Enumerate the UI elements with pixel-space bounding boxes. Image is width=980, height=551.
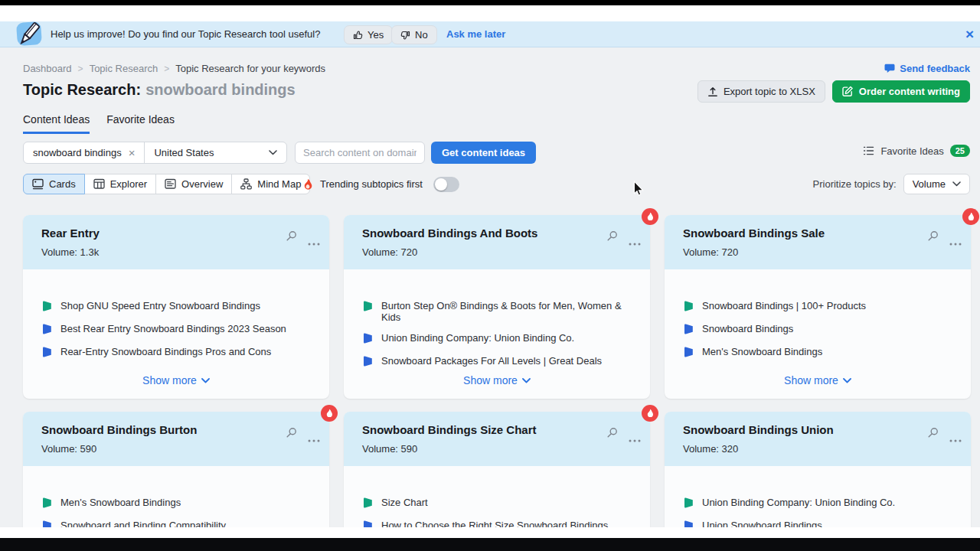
view-mind-map-button[interactable]: Mind Map <box>231 174 310 194</box>
overview-view-icon <box>165 178 176 190</box>
banner-no-label: No <box>415 29 428 41</box>
megaphone-icon <box>41 301 52 314</box>
banner-close-icon[interactable]: × <box>965 22 974 47</box>
keyword-chip: snowboard bindings × <box>24 147 144 158</box>
topic-card: Snowboard Bindings Union Volume: 320 Uni… <box>665 412 971 527</box>
more-menu-icon[interactable] <box>949 235 962 249</box>
view-overview-button[interactable]: Overview <box>155 174 232 194</box>
more-menu-icon[interactable] <box>629 432 641 445</box>
headline-link[interactable]: Snowboard Bindings <box>702 323 793 334</box>
export-xlsx-button[interactable]: Export topic to XLSX <box>697 80 825 103</box>
headline-link[interactable]: Union Binding Company: Union Binding Co. <box>702 497 895 508</box>
more-menu-icon[interactable] <box>949 432 962 445</box>
headline-link[interactable]: Snowboard and Binding Compatibility <box>60 520 226 527</box>
megaphone-icon <box>683 497 694 510</box>
letterbox-top <box>0 0 980 5</box>
thumbs-down-icon <box>400 30 410 41</box>
tab-content-ideas[interactable]: Content Ideas <box>23 113 90 134</box>
breadcrumb-dashboard[interactable]: Dashboard <box>23 63 72 74</box>
breadcrumb-current: Topic Research for your keywords <box>175 63 325 74</box>
card-title: Snowboard Bindings Sale <box>683 227 825 240</box>
tab-favorite-ideas[interactable]: Favorite Ideas <box>106 113 175 134</box>
domain-search-input[interactable] <box>295 142 425 164</box>
country-select[interactable]: United States <box>145 147 286 158</box>
megaphone-icon <box>362 333 373 346</box>
favorites-count-badge: 25 <box>950 145 970 157</box>
card-title: Snowboard Bindings And Boots <box>362 227 537 240</box>
headline-link[interactable]: Snowboard Bindings | 100+ Products <box>702 300 866 311</box>
search-icon[interactable] <box>927 230 939 245</box>
headline-link[interactable]: How to Choose the Right Size Snowboard B… <box>381 520 608 527</box>
filter-row: snowboard bindings × United States Get c… <box>0 142 980 164</box>
trending-filter: Trending subtopics first <box>302 174 459 194</box>
top-white-strip <box>0 5 980 21</box>
breadcrumb: Dashboard > Topic Research > Topic Resea… <box>23 63 325 74</box>
remove-keyword-icon[interactable]: × <box>129 147 136 158</box>
get-content-ideas-button[interactable]: Get content ideas <box>431 142 536 164</box>
megaphone-icon <box>683 347 694 360</box>
breadcrumb-separator: > <box>78 64 83 74</box>
megaphone-icon <box>683 520 694 527</box>
title-actions: Export topic to XLSX Order content writi… <box>697 80 970 103</box>
chat-bubble-icon <box>884 64 895 73</box>
headline-link[interactable]: Best Rear Entry Snowboard Bindings 2023 … <box>60 323 286 334</box>
headline-link[interactable]: Union Snowboard Bindings <box>702 520 822 527</box>
chevron-down-icon <box>843 378 851 383</box>
megaphone-icon <box>683 301 694 314</box>
main-content: Dashboard > Topic Research > Topic Resea… <box>0 47 980 527</box>
banner-no-button[interactable]: No <box>391 25 437 44</box>
headline-link[interactable]: Size Chart <box>381 497 428 508</box>
search-icon[interactable] <box>286 230 297 245</box>
search-icon[interactable] <box>606 427 618 442</box>
headline-link[interactable]: Burton Step On® Bindings & Boots for Men… <box>381 300 632 323</box>
headline-link[interactable]: Shop GNU Speed Entry Snowboard Bindings <box>60 300 260 311</box>
order-content-writing-button[interactable]: Order content writing <box>832 80 970 103</box>
headline-link[interactable]: Rear-Entry Snowboard Bindings Pros and C… <box>60 346 271 357</box>
screen: Help us improve! Do you find our Topic R… <box>0 0 980 551</box>
show-more-link[interactable]: Show more <box>665 374 971 386</box>
search-icon[interactable] <box>286 427 297 442</box>
chevron-down-icon <box>522 378 531 383</box>
megaphone-icon <box>362 497 373 510</box>
megaphone-icon <box>41 520 52 527</box>
card-title: Snowboard Bindings Burton <box>41 423 197 436</box>
headline-link[interactable]: Men's Snowboard Bindings <box>702 346 822 357</box>
trending-toggle[interactable] <box>433 177 459 192</box>
topic-card: Snowboard Bindings And Boots Volume: 720… <box>344 215 650 399</box>
show-more-link[interactable]: Show more <box>23 374 329 386</box>
card-volume: Volume: 590 <box>362 443 417 455</box>
more-menu-icon[interactable] <box>629 235 641 249</box>
ask-me-later-link[interactable]: Ask me later <box>446 21 505 47</box>
headline-link[interactable]: Union Binding Company: Union Binding Co. <box>381 332 574 344</box>
pencil-illustration-icon <box>15 20 44 48</box>
send-feedback-link[interactable]: Send feedback <box>884 63 970 74</box>
card-title: Rear Entry <box>41 227 100 240</box>
trending-badge-icon <box>642 405 658 422</box>
topic-card: Snowboard Bindings Sale Volume: 720 Snow… <box>665 215 971 399</box>
card-volume: Volume: 320 <box>683 443 738 455</box>
search-icon[interactable] <box>606 230 618 245</box>
search-icon[interactable] <box>927 427 939 442</box>
view-cards-button[interactable]: Cards <box>23 174 85 194</box>
topic-card: Rear Entry Volume: 1.3k Shop GNU Speed E… <box>23 215 329 399</box>
more-menu-icon[interactable] <box>308 432 320 445</box>
prioritize-select[interactable]: Volume <box>903 174 970 194</box>
card-volume: Volume: 720 <box>683 246 738 258</box>
letterbox-bottom <box>0 538 980 551</box>
show-more-link[interactable]: Show more <box>344 374 650 386</box>
headline-link[interactable]: Men's Snowboard Bindings <box>60 497 181 508</box>
card-volume: Volume: 720 <box>362 246 417 258</box>
more-menu-icon[interactable] <box>308 235 320 249</box>
card-title: Snowboard Bindings Union <box>683 423 834 436</box>
bottom-white-strip <box>0 527 980 538</box>
breadcrumb-topic-research[interactable]: Topic Research <box>90 63 158 74</box>
card-title: Snowboard Bindings Size Chart <box>362 423 537 436</box>
favorite-ideas-link[interactable]: Favorite Ideas 25 <box>863 145 970 157</box>
megaphone-icon <box>362 356 373 369</box>
megaphone-icon <box>41 497 52 510</box>
headline-link[interactable]: Snowboard Packages For All Levels | Grea… <box>381 355 602 367</box>
chevron-down-icon <box>269 150 277 155</box>
banner-yes-button[interactable]: Yes <box>344 25 393 44</box>
view-switcher: Cards Explorer Overview Mind Map <box>23 174 310 194</box>
view-explorer-button[interactable]: Explorer <box>84 174 156 194</box>
